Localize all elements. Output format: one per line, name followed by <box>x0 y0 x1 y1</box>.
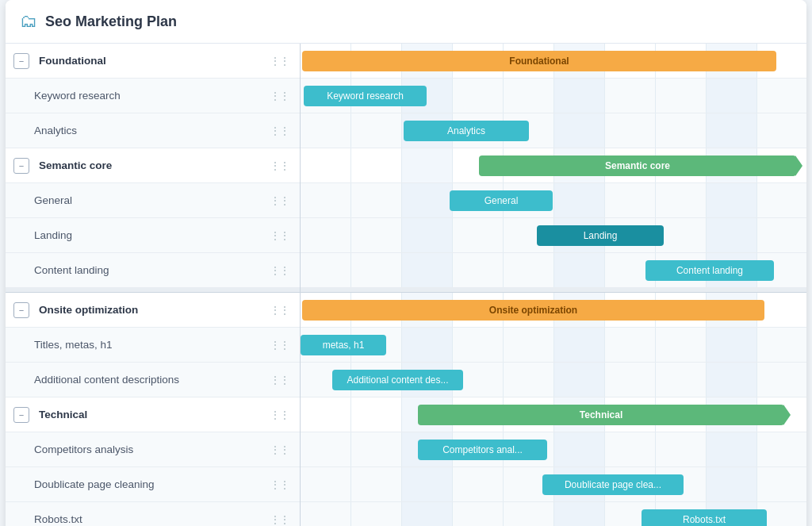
bar-doublicate-page[interactable]: Doublicate page clea... <box>542 474 684 495</box>
app-icon: 🗂 <box>20 11 37 32</box>
drag-analytics[interactable]: ⋮⋮ <box>265 125 293 137</box>
bar-keyword-research[interactable]: Keyword research <box>304 86 427 106</box>
app-title: Seo Marketing Plan <box>45 13 177 30</box>
bar-additional-content[interactable]: Additional content des... <box>332 370 463 390</box>
app-container: 🗂 Seo Marketing Plan − Foundational ⋮⋮ K… <box>6 0 806 526</box>
gantt-wrapper: − Foundational ⋮⋮ Keyword research ⋮⋮ An… <box>6 44 806 526</box>
row-landing: Landing ⋮⋮ <box>6 218 300 253</box>
drag-onsite[interactable]: ⋮⋮ <box>265 304 293 317</box>
header: 🗂 Seo Marketing Plan <box>6 0 806 44</box>
bar-foundational[interactable]: Foundational <box>302 51 776 71</box>
drag-additional-content[interactable]: ⋮⋮ <box>265 374 293 386</box>
label-robots-txt: Robots.txt <box>6 513 265 525</box>
drag-landing[interactable]: ⋮⋮ <box>265 229 293 242</box>
label-landing: Landing <box>6 229 265 241</box>
collapse-foundational[interactable]: − <box>13 53 29 69</box>
row-doublicate-page: Doublicate page cleaning ⋮⋮ <box>6 467 300 502</box>
row-analytics: Analytics ⋮⋮ <box>6 113 300 148</box>
drag-competitors-analysis[interactable]: ⋮⋮ <box>265 443 293 456</box>
left-panel: − Foundational ⋮⋮ Keyword research ⋮⋮ An… <box>6 44 301 526</box>
row-titles-metas: Titles, metas, h1 ⋮⋮ <box>6 328 300 363</box>
gantt-inner: Foundational Keyword research <box>301 44 806 526</box>
drag-content-landing[interactable]: ⋮⋮ <box>265 264 293 277</box>
row-general: General ⋮⋮ <box>6 183 300 218</box>
bar-titles-metas[interactable]: metas, h1 <box>301 335 386 355</box>
collapse-technical[interactable]: − <box>13 407 29 423</box>
label-keyword-research: Keyword research <box>6 90 265 102</box>
gantt-row-competitors-analysis: Competitors anal... <box>301 432 806 467</box>
gantt-row-robots-txt: Robots.txt <box>301 502 806 526</box>
label-doublicate-page: Doublicate page cleaning <box>6 478 265 490</box>
bar-competitors-analysis[interactable]: Competitors anal... <box>418 440 547 460</box>
gantt-row-keyword-research: Keyword research <box>301 79 806 113</box>
bar-robots-txt[interactable]: Robots.txt <box>642 509 767 527</box>
collapse-semantic-core[interactable]: − <box>13 158 29 174</box>
label-competitors-analysis: Competitors analysis <box>6 443 265 455</box>
bar-general[interactable]: General <box>450 190 553 211</box>
row-robots-txt: Robots.txt ⋮⋮ <box>6 502 300 526</box>
label-content-landing: Content landing <box>6 264 265 276</box>
gantt-row-semantic-core: Semantic core <box>301 148 806 183</box>
label-titles-metas: Titles, metas, h1 <box>6 339 265 351</box>
collapse-onsite[interactable]: − <box>13 302 29 318</box>
bar-content-landing[interactable]: Content landing <box>645 260 774 281</box>
bar-landing[interactable]: Landing <box>537 225 664 246</box>
drag-doublicate-page[interactable]: ⋮⋮ <box>265 478 293 491</box>
row-foundational: − Foundational ⋮⋮ <box>6 44 300 79</box>
drag-semantic-core[interactable]: ⋮⋮ <box>265 159 293 172</box>
drag-foundational[interactable]: ⋮⋮ <box>265 55 293 67</box>
gantt-row-onsite-optimization: Onsite optimization <box>301 293 806 328</box>
bar-onsite-optimization[interactable]: Onsite optimization <box>302 300 764 321</box>
label-foundational: Foundational <box>29 55 265 67</box>
gantt-row-foundational: Foundational <box>301 44 806 79</box>
drag-general[interactable]: ⋮⋮ <box>265 194 293 207</box>
row-keyword-research: Keyword research ⋮⋮ <box>6 79 300 113</box>
drag-keyword-research[interactable]: ⋮⋮ <box>265 90 293 102</box>
label-onsite-optimization: Onsite optimization <box>29 304 265 316</box>
row-technical: − Technical ⋮⋮ <box>6 397 300 432</box>
gantt-row-content-landing: Content landing <box>301 253 806 288</box>
drag-titles-metas[interactable]: ⋮⋮ <box>265 339 293 351</box>
gantt-row-general: General <box>301 183 806 218</box>
bar-technical[interactable]: Technical <box>418 405 784 425</box>
drag-robots-txt[interactable]: ⋮⋮ <box>265 513 293 526</box>
label-semantic-core: Semantic core <box>29 159 265 171</box>
row-additional-content: Additional content descriptions ⋮⋮ <box>6 363 300 397</box>
bar-semantic-core[interactable]: Semantic core <box>479 155 796 176</box>
label-technical: Technical <box>29 409 265 420</box>
gantt-row-doublicate-page: Doublicate page clea... <box>301 467 806 502</box>
row-content-landing: Content landing ⋮⋮ <box>6 253 300 288</box>
gantt-row-titles-metas: metas, h1 <box>301 328 806 363</box>
gantt-row-analytics: Analytics <box>301 113 806 148</box>
bar-analytics[interactable]: Analytics <box>404 121 529 141</box>
row-competitors-analysis: Competitors analysis ⋮⋮ <box>6 432 300 467</box>
gantt-row-landing: Landing <box>301 218 806 253</box>
label-analytics: Analytics <box>6 125 265 136</box>
right-panel: Foundational Keyword research <box>301 44 806 526</box>
label-general: General <box>6 194 265 206</box>
gantt-row-additional-content: Additional content des... <box>301 363 806 397</box>
label-additional-content: Additional content descriptions <box>6 374 265 386</box>
gantt-row-technical: Technical <box>301 397 806 432</box>
row-semantic-core: − Semantic core ⋮⋮ <box>6 148 300 183</box>
row-onsite-optimization: − Onsite optimization ⋮⋮ <box>6 293 300 328</box>
drag-technical[interactable]: ⋮⋮ <box>265 409 293 421</box>
